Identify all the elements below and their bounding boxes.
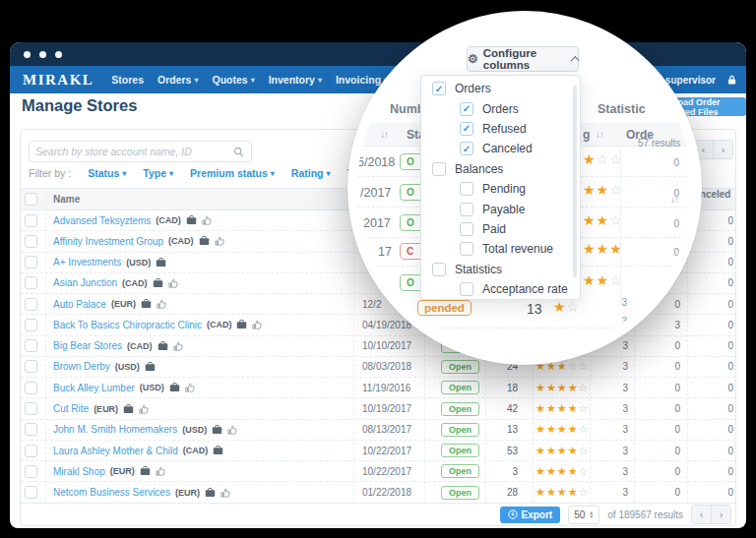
checkbox[interactable]: ✓ <box>460 102 473 116</box>
star-filled-icon: ★ <box>536 486 546 498</box>
store-link[interactable]: Auto Palace <box>53 299 106 310</box>
row-checkbox[interactable] <box>25 235 37 248</box>
canceled-cell: 0 <box>687 357 733 377</box>
row-checkbox[interactable] <box>25 214 37 227</box>
chevron-down-icon: ▾ <box>271 169 275 178</box>
row-checkbox[interactable] <box>25 256 37 269</box>
row-checkbox[interactable] <box>25 486 37 499</box>
lock-icon[interactable] <box>727 75 736 85</box>
row-checkbox[interactable] <box>25 360 37 373</box>
date-cell: 10/22/2017 <box>362 441 411 460</box>
configure-option-paid[interactable]: Paid <box>421 219 580 239</box>
store-link[interactable]: Back To Basics Chiropractic Clinic <box>53 320 202 330</box>
sort-icon[interactable]: ↓↑ <box>380 129 388 140</box>
checkbox[interactable]: ✓ <box>432 82 446 95</box>
filter-rating[interactable]: Rating▾ <box>291 167 331 179</box>
checkbox[interactable] <box>432 162 446 176</box>
store-search <box>29 141 252 162</box>
thumb-up-icon <box>227 425 237 435</box>
star-filled-icon: ★ <box>557 445 568 456</box>
filter-status[interactable]: Status▾ <box>88 167 126 179</box>
thumb-up-icon <box>202 215 212 225</box>
checkbox[interactable]: ✓ <box>460 122 473 136</box>
export-button[interactable]: Export <box>500 507 561 523</box>
offers-cell: 3 <box>446 461 518 481</box>
configure-option-acceptance-rate[interactable]: Acceptance rate <box>421 279 580 299</box>
row-checkbox[interactable] <box>25 276 37 289</box>
refused-value: 0 <box>667 218 679 229</box>
store-link[interactable]: Affinity Investment Group <box>53 236 163 247</box>
configure-option-statistics[interactable]: Statistics <box>421 260 580 279</box>
checkbox[interactable] <box>460 282 473 296</box>
next-page-button[interactable]: › <box>713 141 732 158</box>
nav-item-orders[interactable]: Orders▾ <box>158 74 198 86</box>
search-icon[interactable] <box>233 147 244 157</box>
next-page-button[interactable]: › <box>711 506 730 523</box>
row-checkbox[interactable] <box>25 423 37 436</box>
briefcase-icon <box>145 362 156 372</box>
filter-type[interactable]: Type▾ <box>143 167 173 179</box>
sort-icon[interactable]: ↓↑ <box>596 129 603 140</box>
store-link[interactable]: Netcom Business Services <box>53 487 170 498</box>
row-checkbox[interactable] <box>25 339 37 352</box>
store-link[interactable]: A+ Investments <box>53 257 121 268</box>
store-link[interactable]: Advansed Teksyztems <box>53 215 151 226</box>
store-link[interactable]: Cut Rite <box>53 403 89 414</box>
briefcase-icon <box>236 320 247 329</box>
window-dot[interactable] <box>39 51 46 58</box>
row-checkbox[interactable] <box>25 319 37 331</box>
refused-cell: 0 <box>634 441 680 460</box>
configure-option-payable[interactable]: Payable <box>421 199 580 218</box>
configure-option-balances[interactable]: Balances <box>421 159 580 179</box>
nav-item-stores[interactable]: Stores <box>111 74 144 86</box>
configure-option-canceled[interactable]: ✓Canceled <box>421 139 580 158</box>
store-link[interactable]: Big Bear Stores <box>53 340 122 351</box>
filter-premium-status[interactable]: Premium status▾ <box>190 167 275 179</box>
checkbox[interactable] <box>460 222 473 236</box>
configure-option-total-revenue[interactable]: Total revenue <box>421 239 580 259</box>
store-link[interactable]: Mirakl Shop <box>53 466 105 477</box>
option-label: Refused <box>482 122 527 136</box>
configure-option-orders[interactable]: ✓Orders <box>421 98 580 118</box>
star-filled-icon: ★ <box>597 272 610 288</box>
dropdown-scrollbar[interactable] <box>573 86 577 277</box>
checkbox[interactable] <box>460 182 473 196</box>
row-checkbox[interactable] <box>25 445 37 457</box>
checkbox[interactable] <box>432 263 446 276</box>
refused-value: 0 <box>667 188 679 199</box>
window-dot[interactable] <box>55 51 62 58</box>
orders-value: 3 <box>615 297 627 308</box>
store-link[interactable]: John M. Smith Homemakers <box>53 424 177 435</box>
star-filled-icon: ★ <box>546 445 557 456</box>
star-filled-icon: ★ <box>546 423 557 435</box>
option-label: Acceptance rate <box>482 282 568 296</box>
column-header-name[interactable]: Name <box>53 189 80 209</box>
checkbox[interactable]: ✓ <box>460 142 473 155</box>
nav-item-quotes[interactable]: Quotes▾ <box>212 74 254 86</box>
checkbox[interactable] <box>460 203 473 216</box>
store-link[interactable]: Brown Derby <box>53 361 110 372</box>
star-filled-icon: ★ <box>553 299 567 315</box>
store-link[interactable]: Buck Alley Lumber <box>53 383 135 393</box>
configure-option-pending[interactable]: Pending <box>421 179 580 199</box>
window-dot[interactable] <box>24 51 31 58</box>
select-all-checkbox[interactable] <box>25 193 37 206</box>
row-checkbox[interactable] <box>25 382 37 394</box>
option-label: Payable <box>482 203 525 216</box>
mirakl-logo[interactable]: MIRAKL <box>23 72 94 89</box>
filter-by-label: Filter by : <box>29 167 71 179</box>
store-link[interactable]: Laura Ashley Mother & Child <box>53 446 178 456</box>
row-checkbox[interactable] <box>25 298 37 311</box>
page-size-select[interactable]: 50 ▲▼ <box>568 506 599 524</box>
configure-columns-button[interactable]: ⚙ Configure columns <box>467 46 579 72</box>
nav-item-inventory[interactable]: Inventory▾ <box>269 74 322 86</box>
search-input[interactable] <box>30 146 233 157</box>
row-checkbox[interactable] <box>25 465 37 478</box>
row-checkbox[interactable] <box>25 402 37 415</box>
orders-cell: 3 <box>582 378 628 397</box>
store-link[interactable]: Asian Junction <box>53 277 117 288</box>
prev-page-button[interactable]: ‹ <box>692 506 711 523</box>
configure-option-refused[interactable]: ✓Refused <box>421 119 580 139</box>
configure-option-orders[interactable]: ✓Orders <box>421 79 580 98</box>
checkbox[interactable] <box>460 242 473 256</box>
